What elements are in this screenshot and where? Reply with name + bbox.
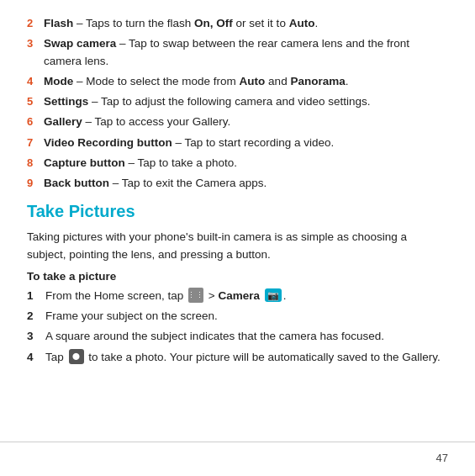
bullet-item-5: 5 Settings – Tap to adjust the following… bbox=[27, 93, 448, 110]
step-4: 4 Tap to take a photo. Your picture will… bbox=[27, 349, 448, 366]
bullet-text-9: Back button – Tap to exit the Camera app… bbox=[44, 175, 267, 192]
page-container: 2 Flash – Taps to turn the flash On, Off… bbox=[0, 0, 475, 476]
bullet-text-7: Video Recording button – Tap to start re… bbox=[44, 135, 334, 151]
bullet-text-3: Swap camera – Tap to swap between the re… bbox=[44, 35, 448, 70]
bullet-bold-back: Back button bbox=[44, 177, 109, 189]
camera-label: Camera bbox=[218, 289, 260, 302]
bullet-bold-auto2: Auto bbox=[240, 75, 266, 87]
step-number-3: 3 bbox=[27, 328, 42, 345]
bullet-bold-3: Swap camera bbox=[44, 37, 116, 50]
steps-list: 1 From the Home screen, tap > Camera . 2… bbox=[27, 288, 448, 366]
page-number: 47 bbox=[436, 452, 448, 464]
bullet-number-9: 9 bbox=[27, 175, 40, 192]
bullet-bold-mode: Mode bbox=[44, 75, 73, 87]
bullet-number-5: 5 bbox=[27, 93, 40, 110]
bullet-item-7: 7 Video Recording button – Tap to start … bbox=[27, 135, 448, 151]
capture-icon bbox=[69, 349, 84, 364]
step-text-4: Tap to take a photo. Your picture will b… bbox=[45, 349, 448, 366]
step-1: 1 From the Home screen, tap > Camera . bbox=[27, 288, 448, 304]
bullet-text-5: Settings – Tap to adjust the following c… bbox=[44, 93, 370, 110]
bullet-item-6: 6 Gallery – Tap to access your Gallery. bbox=[27, 114, 448, 130]
bullet-bold-settings: Settings bbox=[44, 95, 88, 108]
bullet-number-3: 3 bbox=[27, 35, 40, 52]
bullet-text-6: Gallery – Tap to access your Gallery. bbox=[44, 114, 230, 130]
apps-icon bbox=[188, 288, 203, 303]
bullet-text-2: Flash – Taps to turn the flash On, Off o… bbox=[44, 15, 318, 32]
bullet-bold-panorama: Panorama bbox=[290, 75, 345, 87]
bullet-bold-video: Video Recording button bbox=[44, 136, 172, 149]
bullet-text-8: Capture button – Tap to take a photo. bbox=[44, 155, 237, 172]
bullet-list: 2 Flash – Taps to turn the flash On, Off… bbox=[27, 15, 448, 192]
step-text-3: A square around the subject indicates th… bbox=[45, 328, 448, 345]
step-3: 3 A square around the subject indicates … bbox=[27, 328, 448, 345]
bullet-bold-2: Flash bbox=[44, 17, 73, 29]
section-title: Take Pictures bbox=[27, 200, 448, 222]
bullet-number-2: 2 bbox=[27, 15, 40, 32]
bullet-text-4: Mode – Mode to select the mode from Auto… bbox=[44, 73, 348, 90]
bullet-item-3: 3 Swap camera – Tap to swap between the … bbox=[27, 35, 448, 70]
bullet-number-6: 6 bbox=[27, 114, 40, 130]
intro-text: Taking pictures with your phone's built-… bbox=[27, 229, 448, 263]
step-text-2: Frame your subject on the screen. bbox=[45, 308, 448, 325]
step-number-4: 4 bbox=[27, 349, 42, 366]
bullet-number-4: 4 bbox=[27, 73, 40, 90]
bullet-bold-capture: Capture button bbox=[44, 156, 125, 169]
bullet-bold-on-off: On, Off bbox=[194, 17, 233, 29]
bullet-item-4: 4 Mode – Mode to select the mode from Au… bbox=[27, 73, 448, 90]
bullet-number-7: 7 bbox=[27, 135, 40, 151]
step-number-1: 1 bbox=[27, 288, 42, 304]
sub-heading: To take a picture bbox=[27, 270, 448, 283]
bullet-number-8: 8 bbox=[27, 155, 40, 172]
bullet-bold-gallery: Gallery bbox=[44, 115, 82, 128]
bullet-item-9: 9 Back button – Tap to exit the Camera a… bbox=[27, 175, 448, 192]
step-text-1: From the Home screen, tap > Camera . bbox=[45, 288, 448, 304]
page-divider bbox=[0, 442, 475, 442]
bullet-item-2: 2 Flash – Taps to turn the flash On, Off… bbox=[27, 15, 448, 32]
camera-icon bbox=[265, 288, 282, 302]
step-number-2: 2 bbox=[27, 308, 42, 325]
bullet-item-8: 8 Capture button – Tap to take a photo. bbox=[27, 155, 448, 172]
bullet-bold-auto: Auto bbox=[289, 17, 315, 29]
step-2: 2 Frame your subject on the screen. bbox=[27, 308, 448, 325]
